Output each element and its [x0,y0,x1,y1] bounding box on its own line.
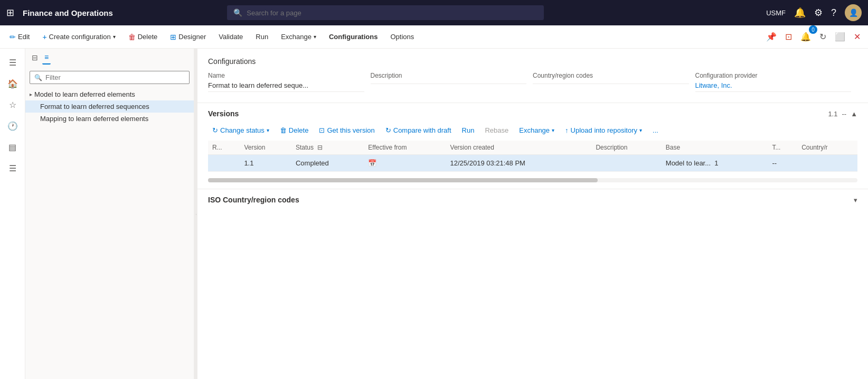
versions-toolbar: ↻ Change status ▾ 🗑 Delete ⊡ Get this ve… [208,122,857,138]
sidebar-star-icon[interactable]: ☆ [3,95,22,114]
cell-effective-from: 📅 [364,155,446,172]
upload-icon: ↑ [565,126,569,134]
create-configuration-button[interactable]: + Create configuration ▾ [37,30,120,44]
edit-icon: ✏ [10,33,16,41]
compare-with-draft-button[interactable]: ↻ Compare with draft [381,124,456,136]
versions-title: Versions [208,109,239,118]
versions-table: R... Version Status ⊟ Effective from Ver… [208,141,857,172]
col-effective-from: Effective from [364,141,446,155]
versions-delete-button[interactable]: 🗑 Delete [276,124,313,136]
bell-icon[interactable]: 🔔 [794,7,806,19]
status-filter-icon[interactable]: ⊟ [317,144,323,151]
top-navigation: ⊞ Finance and Operations 🔍 USMF 🔔 ⚙ ? 👤 [0,0,868,25]
description-label: Description [371,72,527,79]
filter-tree-icon[interactable]: ⊟ [30,51,40,64]
tree-filter[interactable]: 🔍 [30,71,190,84]
maximize-icon[interactable]: ⬜ [832,29,848,45]
upload-button[interactable]: ↑ Upload into repository ▾ [561,124,646,136]
name-field: Name Format to learn deferred seque... [208,72,371,98]
tree-item-1[interactable]: Mapping to learn deferred elements [25,113,194,125]
top-nav-right: USMF 🔔 ⚙ ? 👤 [766,4,862,21]
cell-r [208,155,240,172]
cell-country [797,155,857,172]
configurations-tab-button[interactable]: Configurations [324,30,383,44]
delete-button[interactable]: 🗑 Delete [123,30,163,44]
sidebar-recent-icon[interactable]: 🕐 [3,116,22,135]
app-grid-icon[interactable]: ⊞ [6,7,14,19]
calendar-icon[interactable]: 📅 [368,159,376,167]
get-this-version-button[interactable]: ⊡ Get this version [315,124,379,136]
collapse-icon[interactable]: ▲ [851,110,857,118]
country-field: Country/region codes [533,72,695,98]
expand-icon: ▸ [30,91,32,97]
cell-base: Model to lear... 1 [662,155,768,172]
tree-toolbar: ⊟ ≡ [25,49,194,67]
pin-icon[interactable]: 📌 [763,29,780,45]
user-label: USMF [766,9,786,17]
scroll-thumb[interactable] [208,178,598,182]
iso-section[interactable]: ISO Country/region codes ▾ [197,189,868,210]
tree-root-item[interactable]: ▸ Model to learn deferred elements [25,88,194,100]
help-icon[interactable]: ? [831,7,836,19]
toolbar-right: 📌 ⊡ 🔔 0 ↻ ⬜ ✕ [763,29,864,45]
cell-description [591,155,661,172]
designer-button[interactable]: ⊞ Designer [165,30,211,44]
iso-chevron-icon: ▾ [854,196,857,204]
main-layout: ☰ 🏠 ☆ 🕐 ▤ ☰ ⊟ ≡ 🔍 ▸ Model to learn defer… [0,49,868,379]
iso-title: ISO Country/region codes [208,196,299,204]
options-button[interactable]: Options [385,30,419,44]
command-bar: ✏ Edit + Create configuration ▾ 🗑 Delete… [0,25,868,49]
settings-icon[interactable]: ⚙ [814,7,823,19]
name-label: Name [208,72,364,79]
avatar[interactable]: 👤 [845,4,862,21]
tree-filter-input[interactable] [45,73,185,81]
versions-run-button[interactable]: Run [458,124,479,136]
config-fields: Name Format to learn deferred seque... D… [208,72,857,98]
col-version: Version [240,141,291,155]
run-button[interactable]: Run [250,30,273,44]
tree-item-0[interactable]: Format to learn deferred sequences [25,100,194,113]
sidebar-table-icon[interactable]: ▤ [3,137,22,156]
delete-icon: 🗑 [128,33,136,41]
col-status: Status ⊟ [291,141,364,155]
version-number: 1.1 [828,110,837,118]
col-country: Country/r [797,141,857,155]
more-options-button[interactable]: ... [648,124,663,136]
plus-icon: + [42,33,46,41]
config-section-title: Configurations [208,57,857,66]
versions-exchange-button[interactable]: Exchange ▾ [515,124,559,136]
change-status-button[interactable]: ↻ Change status ▾ [208,124,273,136]
get-version-icon: ⊡ [319,126,325,134]
close-icon[interactable]: ✕ [851,29,864,45]
office-icon[interactable]: ⊡ [782,29,795,45]
horizontal-scrollbar[interactable] [208,178,857,182]
cell-version: 1.1 [240,155,291,172]
sidebar-hamburger-icon[interactable]: ☰ [3,53,22,72]
chevron-down-icon: ▾ [267,127,269,133]
edit-button[interactable]: ✏ Edit [4,30,35,44]
col-description: Description [591,141,661,155]
versions-header: Versions 1.1 -- ▲ [208,103,857,122]
version-separator: -- [842,110,846,118]
sidebar-icons: ☰ 🏠 ☆ 🕐 ▤ ☰ [0,49,25,379]
list-view-icon[interactable]: ≡ [42,51,51,64]
search-input[interactable] [247,9,537,17]
exchange-button[interactable]: Exchange ▾ [276,30,322,44]
search-icon: 🔍 [233,8,242,17]
table-row[interactable]: 1.1 Completed 📅 12/25/2019 03:21:48 PM M… [208,155,857,172]
col-base: Base [662,141,768,155]
provider-label: Configuration provider [695,72,852,79]
provider-value[interactable]: Litware, Inc. [695,81,852,92]
tree-content: ▸ Model to learn deferred elements Forma… [25,88,194,379]
main-content: Configurations Name Format to learn defe… [197,49,868,379]
refresh-icon[interactable]: ↻ [816,29,829,45]
versions-section: Versions 1.1 -- ▲ ↻ Change status ▾ 🗑 De… [197,103,868,172]
rebase-button: Rebase [480,124,513,136]
sidebar-list-icon[interactable]: ☰ [3,159,22,178]
search-bar[interactable]: 🔍 [227,5,544,20]
validate-button[interactable]: Validate [213,30,248,44]
sidebar-home-icon[interactable]: 🏠 [3,74,22,93]
notification-icon[interactable]: 🔔 0 [797,29,814,45]
description-field: Description [371,72,533,98]
change-status-icon: ↻ [212,126,218,134]
